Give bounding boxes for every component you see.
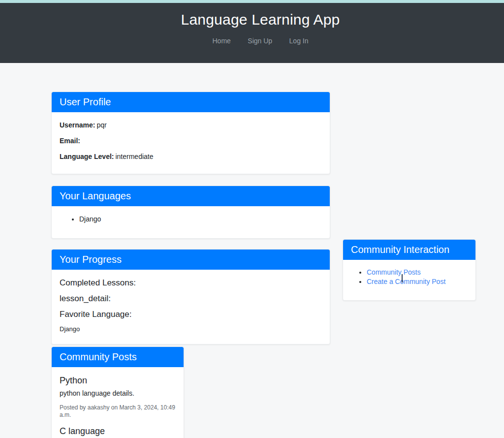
your-progress-card-header: Your Progress <box>52 250 330 270</box>
list-item: Create a Community Post <box>367 277 468 286</box>
post-meta: Posted by aakashy on March 3, 2024, 10:4… <box>60 404 176 419</box>
nav-login-link[interactable]: Log In <box>282 37 316 45</box>
your-languages-card-header: Your Languages <box>52 186 330 206</box>
user-profile-card-header: User Profile <box>52 92 330 112</box>
your-languages-card: Your Languages Django <box>51 186 330 239</box>
nav-home-link[interactable]: Home <box>205 37 238 45</box>
community-interaction-card-header: Community Interaction <box>343 240 475 260</box>
user-profile-card-body: Username:pqr Email: Language Level:inter… <box>52 112 330 174</box>
favorite-language-value: Django <box>60 325 322 334</box>
language-level-field: Language Level:intermediate <box>60 152 322 162</box>
community-post: C language c language <box>60 426 176 438</box>
text-caret <box>402 274 403 282</box>
nav-signup-link[interactable]: Sign Up <box>240 37 280 45</box>
community-posts-link[interactable]: Community Posts <box>367 268 421 276</box>
username-value: pqr <box>96 121 106 129</box>
username-label: Username: <box>60 121 96 129</box>
community-posts-card: Community Posts Python python language d… <box>51 346 184 438</box>
community-post: Python python language details. Posted b… <box>60 375 176 419</box>
create-community-post-link[interactable]: Create a Community Post <box>367 278 445 285</box>
list-item: Django <box>79 214 322 224</box>
email-field: Email: <box>60 136 322 146</box>
app-title: Language Learning App <box>8 3 504 28</box>
community-interaction-card: Community Interaction Community Posts Cr… <box>343 239 476 301</box>
favorite-language-label: Favorite Language: <box>60 309 322 320</box>
language-level-value: intermediate <box>115 153 153 160</box>
post-body: python language details. <box>60 389 176 398</box>
main-nav: Home Sign Up Log In <box>8 36 504 45</box>
site-header: Language Learning App Home Sign Up Log I… <box>0 3 504 63</box>
community-posts-card-header: Community Posts <box>52 347 184 367</box>
languages-list: Django <box>60 214 322 224</box>
user-profile-card: User Profile Username:pqr Email: Languag… <box>51 92 330 174</box>
your-progress-card-body: Completed Lessons: lesson_detail: Favori… <box>52 270 330 342</box>
your-progress-card: Your Progress Completed Lessons: lesson_… <box>51 249 330 344</box>
username-field: Username:pqr <box>60 120 322 130</box>
community-posts-card-body: Python python language details. Posted b… <box>52 367 184 438</box>
your-languages-card-body: Django <box>52 206 330 232</box>
post-title: C language <box>60 426 176 437</box>
interaction-links-list: Community Posts Create a Community Post <box>351 268 468 286</box>
community-interaction-card-body: Community Posts Create a Community Post <box>343 260 475 294</box>
post-title: Python <box>60 375 176 386</box>
email-label: Email: <box>60 137 82 145</box>
language-level-label: Language Level: <box>60 153 115 160</box>
lesson-detail-label: lesson_detail: <box>60 293 322 304</box>
list-item: Community Posts <box>367 268 468 277</box>
completed-lessons-label: Completed Lessons: <box>60 278 322 288</box>
header-inner: Language Learning App Home Sign Up Log I… <box>8 3 504 45</box>
